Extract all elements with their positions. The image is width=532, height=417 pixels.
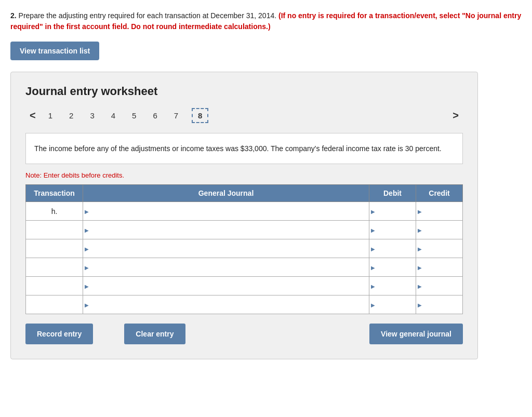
debit-input-2[interactable] xyxy=(369,221,416,239)
transaction-cell-2 xyxy=(26,221,83,239)
debit-cell-4[interactable] xyxy=(369,258,416,277)
description-text: The income before any of the adjustments… xyxy=(34,144,442,153)
credit-cell-3[interactable] xyxy=(416,239,463,258)
general-journal-input-3[interactable] xyxy=(83,239,369,258)
credit-cell-6[interactable] xyxy=(416,295,463,314)
debit-cell-1[interactable] xyxy=(369,202,416,221)
nav-right-arrow[interactable]: > xyxy=(448,107,463,124)
general-journal-cell-1[interactable] xyxy=(83,202,369,221)
transaction-cell-3 xyxy=(26,239,83,258)
credit-cell-1[interactable] xyxy=(416,202,463,221)
debit-input-1[interactable] xyxy=(369,202,416,220)
debit-input-6[interactable] xyxy=(369,295,416,314)
credit-input-2[interactable] xyxy=(416,221,462,239)
col-header-debit: Debit xyxy=(369,185,416,202)
nav-num-4[interactable]: 4 xyxy=(108,109,118,122)
debit-cell-5[interactable] xyxy=(369,277,416,295)
credit-input-5[interactable] xyxy=(416,277,462,295)
view-transaction-button[interactable]: View transaction list xyxy=(10,42,99,60)
note-text: Note: Enter debits before credits. xyxy=(25,171,463,179)
description-box: The income before any of the adjustments… xyxy=(25,133,463,164)
credit-cell-5[interactable] xyxy=(416,277,463,295)
table-row xyxy=(26,277,463,295)
instructions: 2. Prepare the adjusting entry required … xyxy=(10,10,522,32)
credit-input-6[interactable] xyxy=(416,295,462,314)
general-journal-input-1[interactable] xyxy=(83,202,369,220)
table-row: h. xyxy=(26,202,463,221)
general-journal-cell-2[interactable] xyxy=(83,221,369,239)
instruction-number: 2. xyxy=(10,11,17,20)
nav-left-arrow[interactable]: < xyxy=(25,107,40,124)
credit-input-1[interactable] xyxy=(416,202,462,220)
col-header-transaction: Transaction xyxy=(26,185,83,202)
transaction-cell-4 xyxy=(26,258,83,277)
nav-num-7[interactable]: 7 xyxy=(171,109,181,122)
table-row xyxy=(26,258,463,277)
general-journal-cell-4[interactable] xyxy=(83,258,369,277)
worksheet-title: Journal entry worksheet xyxy=(25,85,463,98)
credit-input-4[interactable] xyxy=(416,258,462,276)
transaction-cell-1: h. xyxy=(26,202,83,221)
col-header-credit: Credit xyxy=(416,185,463,202)
col-header-general-journal: General Journal xyxy=(83,185,369,202)
general-journal-cell-3[interactable] xyxy=(83,239,369,258)
worksheet-container: Journal entry worksheet < 1 2 3 4 5 6 7 … xyxy=(10,72,478,359)
general-journal-cell-6[interactable] xyxy=(83,295,369,314)
debit-input-5[interactable] xyxy=(369,277,416,295)
credit-input-3[interactable] xyxy=(416,239,462,258)
transaction-cell-5 xyxy=(26,277,83,295)
general-journal-input-4[interactable] xyxy=(83,258,369,276)
debit-input-3[interactable] xyxy=(369,239,416,258)
nav-row: < 1 2 3 4 5 6 7 8 > xyxy=(25,107,463,124)
bottom-buttons: Record entry Clear entry View general jo… xyxy=(25,324,463,344)
instruction-text: Prepare the adjusting entry required for… xyxy=(19,11,277,20)
nav-numbers: 1 2 3 4 5 6 7 8 xyxy=(45,108,209,123)
nav-num-2[interactable]: 2 xyxy=(66,109,76,122)
debit-cell-3[interactable] xyxy=(369,239,416,258)
nav-num-8[interactable]: 8 xyxy=(192,108,208,123)
transaction-cell-6 xyxy=(26,295,83,314)
general-journal-input-6[interactable] xyxy=(83,295,369,314)
table-row xyxy=(26,295,463,314)
debit-cell-6[interactable] xyxy=(369,295,416,314)
nav-num-3[interactable]: 3 xyxy=(87,109,97,122)
nav-num-5[interactable]: 5 xyxy=(129,109,139,122)
general-journal-cell-5[interactable] xyxy=(83,277,369,295)
table-row xyxy=(26,239,463,258)
debit-input-4[interactable] xyxy=(369,258,416,276)
clear-entry-button[interactable]: Clear entry xyxy=(124,324,185,344)
general-journal-input-2[interactable] xyxy=(83,221,369,239)
nav-num-1[interactable]: 1 xyxy=(45,109,56,122)
record-entry-button[interactable]: Record entry xyxy=(25,324,93,344)
credit-cell-2[interactable] xyxy=(416,221,463,239)
debit-cell-2[interactable] xyxy=(369,221,416,239)
table-row xyxy=(26,221,463,239)
view-general-journal-button[interactable]: View general journal xyxy=(369,324,463,344)
journal-table: Transaction General Journal Debit Credit… xyxy=(25,184,463,314)
general-journal-input-5[interactable] xyxy=(83,277,369,295)
credit-cell-4[interactable] xyxy=(416,258,463,277)
nav-num-6[interactable]: 6 xyxy=(150,109,160,122)
